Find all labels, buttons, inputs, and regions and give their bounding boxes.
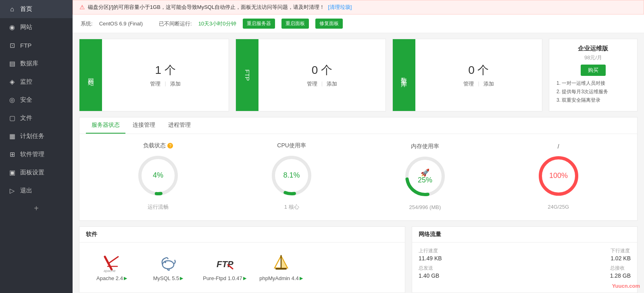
website-actions: 管理 | 添加 <box>150 80 180 88</box>
ftp-add-link[interactable]: 添加 <box>327 80 337 88</box>
ftp-icon: ⊡ <box>8 42 16 49</box>
sidebar-label-website: 网站 <box>20 23 32 31</box>
website-manage-link[interactable]: 管理 <box>150 80 160 88</box>
network-speed-row: 上行速度 11.49 KB 下行速度 1.02 KB <box>419 247 631 262</box>
sidebar-item-ftp[interactable]: ⊡ FTP <box>0 36 73 54</box>
load-gauge: 负载状态 ? 4% 运行流畅 <box>136 142 180 211</box>
svg-rect-23 <box>275 268 287 270</box>
total-recv-item: 总接收 1.28 GB <box>610 265 631 279</box>
globe-icon: ◉ <box>8 23 16 31</box>
sidebar-item-files[interactable]: ▢ 文件 <box>0 109 73 127</box>
phpmyadmin-name: phpMyAdmin 4.4 ▶ <box>259 275 303 281</box>
memory-gauge: 内存使用率 🚀 25% 254/996 (MB) <box>403 143 447 210</box>
ftp-card-label: FTP <box>236 39 258 111</box>
network-panel-header: 网络流量 <box>412 227 637 243</box>
tab-process-manage[interactable]: 进程管理 <box>163 117 196 134</box>
enterprise-title: 企业运维版 <box>556 45 630 52</box>
sidebar-label-files: 文件 <box>20 114 32 122</box>
db-manage-link[interactable]: 管理 <box>463 80 474 88</box>
svg-text:8.1%: 8.1% <box>283 171 300 179</box>
network-body: 上行速度 11.49 KB 下行速度 1.02 KB 总发送 1.40 GB 总… <box>412 243 637 287</box>
sidebar-item-panel-settings[interactable]: ▣ 面板设置 <box>0 163 73 182</box>
memory-title: 内存使用率 <box>411 143 439 150</box>
svg-line-13 <box>109 257 118 263</box>
db-card-body: 0 个 管理 | 添加 <box>415 39 542 111</box>
website-stat-card: 网站 1 个 管理 | 添加 <box>79 39 229 111</box>
restart-panel-button[interactable]: 重启面板 <box>281 19 309 29</box>
website-card-label: 网站 <box>79 39 102 111</box>
sidebar-item-website[interactable]: ◉ 网站 <box>0 18 73 36</box>
sidebar-add-icon: + <box>34 204 39 213</box>
shield-icon: ◎ <box>8 96 16 104</box>
total-send-label: 总发送 <box>419 265 439 272</box>
svg-point-17 <box>165 262 166 263</box>
status-tabs: 服务器状态 连接管理 进程管理 <box>79 117 637 134</box>
apache-icon: apache <box>102 253 121 273</box>
apache-name: Apache 2.4 ▶ <box>96 275 127 281</box>
stats-cards-row: 网站 1 个 管理 | 添加 FTP 0 个 管理 | 添加 <box>73 33 644 117</box>
sidebar-add-button[interactable]: + <box>0 200 73 217</box>
software-item-phpmyadmin[interactable]: phpMyAdmin 4.4 ▶ <box>253 247 309 288</box>
apps-icon: ⊞ <box>8 151 16 158</box>
sidebar-item-logout[interactable]: ▷ 退出 <box>0 182 73 200</box>
enterprise-buy-button[interactable]: 购买 <box>581 65 606 76</box>
folder-icon: ▢ <box>8 114 16 122</box>
total-send-value: 1.40 GB <box>419 272 439 279</box>
system-label: 系统: <box>81 20 93 27</box>
network-panel: 网络流量 上行速度 11.49 KB 下行速度 1.02 KB 总发送 1.4 <box>412 226 638 293</box>
total-recv-value: 1.28 GB <box>610 272 631 279</box>
sidebar-item-database[interactable]: ▤ 数据库 <box>0 54 73 73</box>
enterprise-feature-2: 2. 提供每月3次运维服务 <box>556 88 630 95</box>
ftp-manage-link[interactable]: 管理 <box>307 80 317 88</box>
tab-server-status[interactable]: 服务器状态 <box>86 117 125 134</box>
logout-icon: ▷ <box>8 187 16 195</box>
software-panel-header: 软件 <box>79 227 405 243</box>
load-title: 负载状态 ? <box>143 142 173 149</box>
uptime-value: 10天3小时0分钟 <box>198 20 236 27</box>
cpu-subtitle: 1 核心 <box>284 203 299 211</box>
sidebar-label-logout: 退出 <box>20 187 32 195</box>
software-item-apache[interactable]: apache Apache 2.4 ▶ <box>83 247 140 288</box>
sidebar-item-softwaremanage[interactable]: ⊞ 软件管理 <box>0 145 73 163</box>
enterprise-card: 企业运维版 98元/月 购买 1. 一对一运维人员对接 2. 提供每月3次运维服… <box>549 39 638 111</box>
software-item-mysql[interactable]: MySQL 5.5 ▶ <box>140 247 196 288</box>
tab-connection-manage[interactable]: 连接管理 <box>127 117 161 134</box>
db-add-link[interactable]: 添加 <box>484 80 494 88</box>
sidebar-item-security[interactable]: ◎ 安全 <box>0 91 73 109</box>
ftpd-arrow: ▶ <box>243 276 246 281</box>
load-info-icon[interactable]: ? <box>167 143 173 149</box>
memory-subtitle: 254/996 (MB) <box>409 204 441 210</box>
memory-gauge-svg: 🚀 25% <box>403 154 447 199</box>
svg-text:apache: apache <box>104 269 116 273</box>
sidebar-item-monitor[interactable]: ◈ 监控 <box>0 73 73 91</box>
sidebar-label-softwaremanage: 软件管理 <box>20 151 44 158</box>
software-item-ftpd[interactable]: FTP Pure-Ftpd 1.0.47 ▶ <box>196 247 253 288</box>
db-card-label: 数据库 <box>393 39 415 111</box>
network-total-row: 总发送 1.40 GB 总接收 1.28 GB <box>419 265 631 279</box>
ftp-stat-card: FTP 0 个 管理 | 添加 <box>236 39 386 111</box>
gauges-row: 负载状态 ? 4% 运行流畅 CPU使用率 8.1% <box>79 134 637 215</box>
svg-text:100%: 100% <box>549 172 568 180</box>
enterprise-feature-3: 3. 双重安全隔离登录 <box>556 97 630 104</box>
database-icon: ▤ <box>8 60 16 67</box>
download-speed-label: 下行速度 <box>611 247 631 254</box>
home-icon: ⌂ <box>8 6 16 13</box>
db-count: 0 个 <box>468 63 489 78</box>
ftpd-icon: FTP <box>215 253 234 273</box>
enterprise-price: 98元/月 <box>556 54 630 61</box>
restart-server-button[interactable]: 重启服务器 <box>243 19 275 29</box>
sidebar-item-schedule[interactable]: ▦ 计划任务 <box>0 127 73 145</box>
website-count: 1 个 <box>155 63 175 78</box>
website-add-link[interactable]: 添加 <box>170 80 181 88</box>
svg-point-16 <box>163 261 174 269</box>
alert-link[interactable]: [清理垃圾] <box>328 4 352 11</box>
main-content: ⚠ 磁盘分区[/]的可用容量小于1GB，这可能会导致MySQL自动停止，面板无法… <box>73 0 644 293</box>
sidebar-item-home[interactable]: ⌂ 首页 <box>0 0 73 18</box>
repair-panel-button[interactable]: 修复面板 <box>315 19 343 29</box>
warning-icon: ⚠ <box>79 4 85 11</box>
disk-gauge: / 100% 24G/25G <box>536 143 581 210</box>
alert-bar: ⚠ 磁盘分区[/]的可用容量小于1GB，这可能会导致MySQL自动停止，面板无法… <box>73 0 644 15</box>
db-actions: 管理 | 添加 <box>463 80 494 88</box>
alert-message: 磁盘分区[/]的可用容量小于1GB，这可能会导致MySQL自动停止，面板无法访问… <box>88 4 325 11</box>
sidebar-label-panel-settings: 面板设置 <box>20 169 44 176</box>
